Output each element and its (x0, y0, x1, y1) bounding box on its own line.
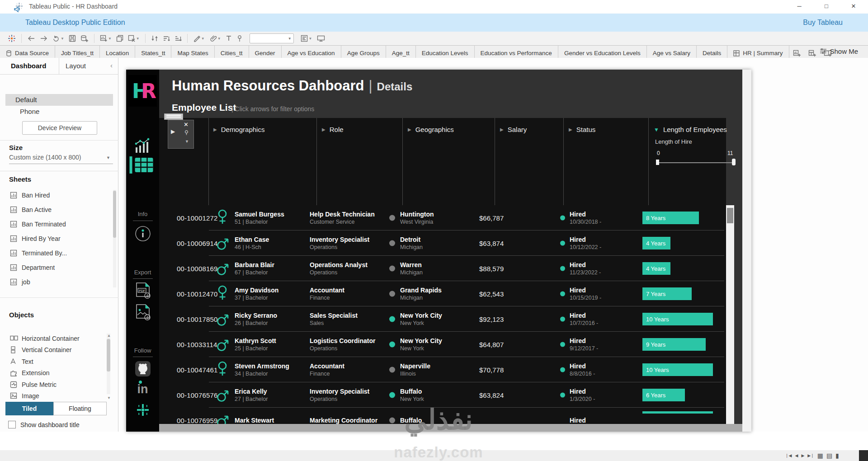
fit-dropdown-button[interactable]: ▼ (250, 33, 294, 43)
presentation-mode-button[interactable] (317, 35, 325, 42)
tableau-sparkle-icon[interactable] (135, 402, 151, 419)
scroll-up-icon[interactable]: ▲ (107, 334, 111, 338)
filter-control-grip[interactable] (164, 113, 183, 120)
sheet-item-terminated-by-[interactable]: Terminated By... (0, 246, 108, 260)
table-scrollbar[interactable] (726, 205, 734, 424)
info-icon[interactable] (134, 225, 151, 244)
forward-arrow-button[interactable] (40, 35, 48, 42)
clear-sheet-button[interactable]: ▼ (128, 35, 140, 42)
object-item-vertical-container[interactable]: Vertical Container (0, 344, 108, 356)
employee-row[interactable]: 00-10047461Steven Armstrong34 | Bachelor… (159, 357, 726, 382)
charts-view-icon[interactable] (134, 137, 152, 155)
sheets-scrollbar[interactable] (113, 190, 116, 287)
show-tabs-icon[interactable]: ▮ (835, 452, 839, 459)
object-item-text[interactable]: Text (0, 356, 108, 367)
export-image-icon[interactable] (134, 304, 152, 323)
filmstrip-icon[interactable]: ▤ (826, 452, 832, 459)
employee-row[interactable]: 00-10033114Kathryn Scott25 | BachelorLog… (159, 332, 726, 357)
object-item-extension[interactable]: Extension (0, 367, 108, 379)
employee-row[interactable]: 00-10006914Ethan Case46 | H-SchInventory… (159, 230, 726, 256)
sheet-tab-label: Gender vs Education Levels (564, 50, 641, 56)
sheet-item-ban-active[interactable]: Ban Active (0, 202, 108, 217)
maximize-button[interactable]: □ (817, 1, 835, 12)
column-header-length-of-employees[interactable]: ▼Length of Employees (654, 126, 727, 133)
tab-layout[interactable]: Layout (66, 62, 86, 70)
tiled-button[interactable]: Tiled (5, 402, 53, 415)
tab-dashboard[interactable]: Dashboard (11, 62, 46, 70)
close-icon[interactable]: ✕ (184, 121, 189, 128)
save-button[interactable] (69, 35, 76, 42)
chevron-down-icon[interactable]: ▼ (185, 139, 189, 144)
device-preview-button[interactable]: Device Preview (22, 121, 97, 135)
device-option-phone[interactable]: Phone (5, 106, 113, 118)
tableau-logo-button[interactable] (8, 34, 16, 42)
sheet-item-label: job (22, 278, 30, 286)
show-mark-labels-button[interactable]: ▼ (301, 35, 312, 42)
employee-row[interactable]: 00-10008169Barbara Blair67 | BachelorOpe… (159, 256, 726, 281)
back-arrow-button[interactable] (27, 35, 35, 42)
filter-active-icon[interactable]: ▼ (654, 127, 659, 133)
floating-button[interactable]: Floating (53, 402, 107, 415)
worksheet-icon (10, 221, 17, 228)
duplicate-sheet-button[interactable] (116, 35, 123, 42)
column-header-status[interactable]: ▶Status (569, 126, 595, 133)
sheet-item-ban-terminated[interactable]: Ban Terminated (0, 217, 108, 231)
format-link-button[interactable]: ▼ (209, 35, 221, 42)
text-label-button[interactable] (226, 35, 232, 42)
play-icon[interactable]: ▶ (171, 128, 175, 135)
linkedin-icon[interactable]: in (137, 382, 148, 396)
length-of-hire-slider[interactable] (658, 162, 736, 163)
sheet-item-hired-by-year[interactable]: Hired By Year (0, 231, 108, 246)
filter-arrow-icon[interactable]: ▶ (213, 127, 217, 132)
pin-button[interactable] (236, 35, 243, 42)
object-item-pulse-metric[interactable]: Pulse Metric (0, 379, 108, 390)
sheet-item-ban-hired[interactable]: Ban Hired (0, 188, 108, 202)
swap-rows-columns-button[interactable] (151, 35, 158, 42)
minimize-button[interactable]: ─ (790, 1, 808, 12)
column-header-role[interactable]: ▶Role (322, 126, 344, 133)
filter-arrow-icon[interactable]: ▶ (569, 127, 572, 132)
employee-row[interactable]: 00-10017850Ricky Serrano26 | BachelorSal… (159, 306, 726, 332)
table-scroll-thumb[interactable] (727, 208, 733, 223)
filter-arrow-icon[interactable]: ▶ (322, 127, 326, 132)
highlight-button[interactable]: ▼ (193, 35, 205, 42)
column-header-demographics[interactable]: ▶Demographics (213, 126, 264, 133)
previous-sheet-icon[interactable]: ◀ (795, 453, 798, 458)
slider-handle-left[interactable] (656, 160, 659, 165)
sheet-sorter-icon[interactable]: ▦ (817, 452, 823, 459)
column-header-geographics[interactable]: ▶Geographics (408, 126, 454, 133)
close-button[interactable]: ✕ (844, 1, 863, 12)
size-dropdown[interactable]: Custom size (1400 x 800) ▼ (9, 154, 113, 164)
pin-icon[interactable]: ⚲ (184, 129, 189, 136)
object-item-image[interactable]: Image (0, 390, 108, 402)
filter-arrow-icon[interactable]: ▶ (500, 127, 504, 132)
next-sheet-icon[interactable]: ▶ (801, 453, 804, 458)
first-sheet-icon[interactable]: ❘◀ (785, 453, 792, 458)
export-pdf-icon[interactable]: PDF (134, 282, 152, 301)
employee-row[interactable]: 00-10001272Samuel Burgess51 | BachelorHe… (159, 205, 726, 230)
filter-arrow-icon[interactable]: ▶ (408, 127, 411, 132)
objects-scrollbar[interactable]: ▲ (107, 334, 110, 394)
employee-name-cell: Steven Armstrong34 | Bachelor (235, 362, 289, 377)
device-option-default[interactable]: Default (5, 94, 113, 106)
add-data-button[interactable] (80, 35, 89, 42)
view-scrollbar-vertical[interactable] (742, 70, 751, 432)
sheet-item-department[interactable]: Department (0, 260, 108, 275)
table-view-icon[interactable] (129, 156, 153, 174)
buy-tableau-link[interactable]: Buy Tableau (803, 19, 843, 27)
sheet-item-job[interactable]: job (0, 275, 108, 289)
show-dashboard-title-checkbox[interactable] (8, 421, 16, 428)
sort-descending-button[interactable] (175, 35, 182, 42)
scroll-down-icon[interactable]: ▼ (107, 396, 111, 400)
employee-row[interactable]: 00-10012470Amy Davidson37 | BachelorAcco… (159, 281, 726, 306)
last-sheet-icon[interactable]: ▶❘ (807, 453, 814, 458)
show-me-button[interactable]: Show Me (820, 44, 858, 58)
object-item-horizontal-container[interactable]: Horizontal Container (0, 333, 108, 344)
github-icon[interactable] (135, 361, 151, 379)
slider-handle-right[interactable] (732, 159, 736, 165)
new-worksheet-button[interactable]: ▼ (100, 35, 112, 42)
collapse-pane-chevron[interactable]: ‹ (110, 61, 113, 69)
redo-button[interactable]: ▼ (52, 35, 64, 42)
sort-ascending-button[interactable] (163, 35, 170, 42)
column-header-salary[interactable]: ▶Salary (500, 126, 527, 133)
